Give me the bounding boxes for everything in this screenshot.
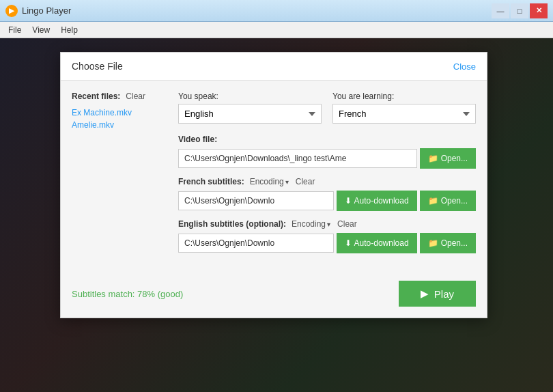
video-file-path: C:\Users\Ognjen\Downloads\_lingo test\Am… — [178, 149, 417, 168]
window-close-button[interactable]: ✕ — [530, 3, 548, 18]
you-speak-group: You speak: English — [178, 92, 322, 124]
dialog-close-button[interactable]: Close — [453, 61, 476, 72]
choose-file-dialog: Choose File Close Recent files: Clear Ex… — [60, 52, 487, 318]
folder-icon: 📁 — [428, 154, 438, 163]
english-encoding-button[interactable]: Encoding — [292, 219, 330, 229]
french-subtitle-path: C:\Users\Ognjen\Downlo — [178, 191, 334, 210]
video-file-header: Video file: — [178, 135, 476, 144]
english-open-label: Open... — [441, 238, 468, 248]
recent-file-1[interactable]: Ex Machine.mkv — [72, 108, 167, 117]
english-clear-button[interactable]: Clear — [337, 219, 357, 229]
dialog-main-content: You speak: English You are learning: Fre… — [178, 92, 476, 262]
window-title: Lingo Player — [22, 5, 71, 16]
menu-file[interactable]: File — [3, 24, 27, 36]
you-learning-label: You are learning: — [332, 92, 476, 101]
maximize-button[interactable]: □ — [511, 3, 528, 18]
french-open-label: Open... — [441, 196, 468, 206]
video-file-label: Video file: — [178, 135, 217, 144]
play-label: Play — [434, 288, 454, 300]
french-autodownload-button[interactable]: ⬇ Auto-download — [337, 191, 417, 211]
french-encoding-button[interactable]: Encoding — [250, 177, 289, 186]
english-encoding-label: Encoding — [292, 219, 326, 229]
app-icon: ▶ — [5, 5, 18, 17]
video-file-section: Video file: C:\Users\Ognjen\Downloads\_l… — [178, 135, 476, 169]
download-icon: ⬇ — [345, 196, 352, 206]
english-autodownload-button[interactable]: ⬇ Auto-download — [337, 233, 417, 253]
english-subtitle-path: C:\Users\Ognjen\Downlo — [178, 234, 334, 253]
you-speak-label: You speak: — [178, 92, 322, 101]
english-subtitles-header: English subtitles (optional): Encoding C… — [178, 219, 476, 229]
menu-bar: File View Help — [0, 22, 553, 38]
window-controls: — □ ✕ — [492, 3, 548, 18]
title-bar: ▶ Lingo Player — □ ✕ — [0, 0, 553, 22]
title-bar-left: ▶ Lingo Player — [5, 5, 71, 17]
dialog-title: Choose File — [72, 61, 123, 72]
french-subtitles-header: French subtitles: Encoding Clear — [178, 177, 476, 186]
dialog-header: Choose File Close — [61, 53, 487, 81]
recent-files-clear-button[interactable]: Clear — [126, 92, 145, 101]
menu-view[interactable]: View — [27, 24, 55, 36]
english-subtitles-label: English subtitles (optional): — [178, 219, 286, 229]
play-icon: ▶ — [421, 288, 429, 300]
subtitles-match-text: Subtitles match: 78% (good) — [72, 289, 183, 299]
you-learning-select[interactable]: French — [332, 104, 476, 124]
recent-files-header: Recent files: Clear — [72, 92, 167, 101]
video-open-label: Open... — [441, 154, 468, 163]
video-open-button[interactable]: 📁 Open... — [420, 148, 476, 169]
french-clear-button[interactable]: Clear — [296, 177, 315, 186]
french-subtitles-label: French subtitles: — [178, 177, 244, 186]
recent-file-2[interactable]: Amelie.mkv — [72, 120, 167, 130]
video-file-row: C:\Users\Ognjen\Downloads\_lingo test\Am… — [178, 148, 476, 169]
you-learning-group: You are learning: French — [332, 92, 476, 124]
french-subtitles-row: C:\Users\Ognjen\Downlo ⬇ Auto-download 📁… — [178, 191, 476, 211]
french-open-button[interactable]: 📁 Open... — [420, 191, 476, 211]
language-row: You speak: English You are learning: Fre… — [178, 92, 476, 124]
minimize-button[interactable]: — — [492, 3, 509, 18]
french-subtitles-section: French subtitles: Encoding Clear C:\User… — [178, 177, 476, 211]
english-open-button[interactable]: 📁 Open... — [420, 233, 476, 253]
menu-help[interactable]: Help — [55, 24, 83, 36]
english-subtitles-section: English subtitles (optional): Encoding C… — [178, 219, 476, 253]
folder-icon-3: 📁 — [428, 238, 438, 248]
dialog-body: Recent files: Clear Ex Machine.mkv Ameli… — [61, 81, 487, 272]
english-subtitles-row: C:\Users\Ognjen\Downlo ⬇ Auto-download 📁… — [178, 233, 476, 253]
french-encoding-label: Encoding — [250, 177, 284, 186]
you-speak-select[interactable]: English — [178, 104, 322, 124]
french-autodownload-label: Auto-download — [354, 196, 409, 206]
dialog-footer: Subtitles match: 78% (good) ▶ Play — [61, 272, 487, 318]
recent-files-label: Recent files: — [72, 92, 120, 101]
english-autodownload-label: Auto-download — [354, 238, 409, 248]
folder-icon-2: 📁 — [428, 196, 438, 206]
play-button[interactable]: ▶ Play — [399, 281, 476, 307]
download-icon-2: ⬇ — [345, 238, 352, 248]
sidebar: Recent files: Clear Ex Machine.mkv Ameli… — [72, 92, 167, 262]
